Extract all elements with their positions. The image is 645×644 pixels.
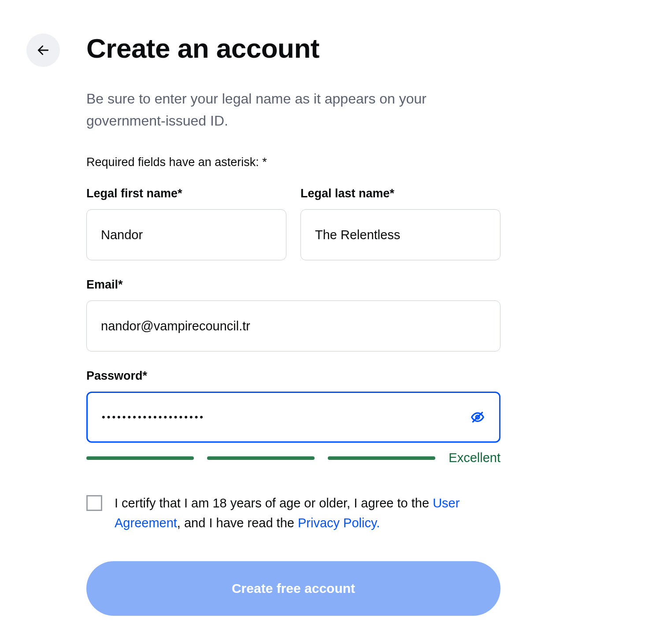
password-strength-meter bbox=[86, 456, 435, 460]
last-name-label: Legal last name* bbox=[300, 187, 500, 200]
email-input[interactable] bbox=[86, 300, 500, 352]
strength-bar bbox=[86, 456, 194, 460]
toggle-password-visibility-button[interactable] bbox=[467, 407, 488, 428]
privacy-policy-link[interactable]: Privacy Policy. bbox=[298, 516, 380, 530]
password-input[interactable] bbox=[86, 392, 500, 443]
certify-label: I certify that I am 18 years of age or o… bbox=[115, 493, 500, 533]
strength-bar bbox=[328, 456, 435, 460]
last-name-input[interactable] bbox=[300, 209, 500, 260]
email-label: Email* bbox=[86, 278, 500, 292]
arrow-left-icon bbox=[36, 43, 50, 57]
page-subtitle: Be sure to enter your legal name as it a… bbox=[86, 88, 500, 132]
page-title: Create an account bbox=[86, 33, 500, 63]
first-name-label: Legal first name* bbox=[86, 187, 286, 200]
back-button[interactable] bbox=[26, 33, 60, 67]
required-fields-note: Required fields have an asterisk: * bbox=[86, 155, 500, 169]
certify-checkbox[interactable] bbox=[86, 495, 102, 511]
first-name-input[interactable] bbox=[86, 209, 286, 260]
eye-off-icon bbox=[471, 410, 485, 424]
password-label: Password* bbox=[86, 369, 500, 383]
password-strength-label: Excellent bbox=[449, 451, 500, 465]
create-account-button[interactable]: Create free account bbox=[86, 561, 500, 616]
strength-bar bbox=[207, 456, 315, 460]
